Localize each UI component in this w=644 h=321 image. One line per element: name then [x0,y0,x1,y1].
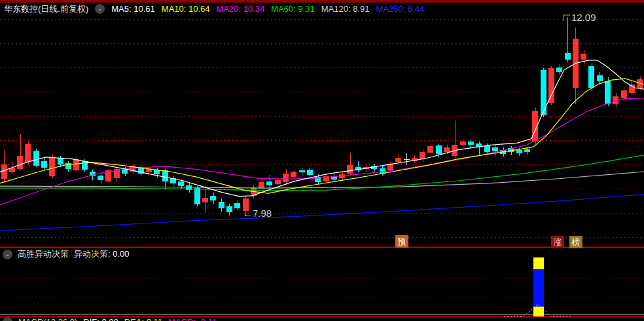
chevron-down-icon[interactable]: ⌄ [3,317,12,321]
ma60-readout: MA60: 9.31 [271,4,315,14]
ma120-readout: MA120: 8.91 [321,4,370,14]
low-price-label: ←7.98 [243,208,272,219]
badge-bang-marker[interactable]: 榜 [569,236,582,248]
high-price-label: 12.09 [571,12,596,23]
macd-footer-row: ⌄ MACD(12,26,9) DIF: 0.08 DEA: 0.11 MACD… [0,317,217,321]
macd-readout: MACD: -0.11 [168,317,217,321]
dea-readout: DEA: 0.11 [124,317,162,321]
ma20-readout: MA20: 10.34 [217,4,265,14]
badge-yu-marker[interactable]: 预 [395,235,408,248]
ma5-readout: MA5: 10.61 [111,4,155,14]
chevron-down-icon[interactable]: ⌄ [3,250,12,259]
sub-indicator-readout: 异动决策: 0.00 [74,248,130,260]
ma250-readout: MA250: 8.44 [376,4,425,14]
badge-zhang-marker[interactable]: 涨 [551,236,564,248]
sub-panel-title: 高胜异动决策 [18,248,69,260]
stock-title: 华东数控(日线.前复权) [4,3,88,15]
ma10-readout: MA10: 10.64 [162,4,210,14]
chevron-down-icon[interactable]: ⌄ [95,4,105,14]
app-window: 华东数控(日线.前复权) ⌄ MA5: 10.61 MA10: 10.64 MA… [0,0,644,321]
dif-readout: DIF: 0.08 [83,317,118,321]
chart-header: 华东数控(日线.前复权) ⌄ MA5: 10.61 MA10: 10.64 MA… [0,0,644,16]
sub-panel-header: ⌄ 高胜异动决策 异动决策: 0.00 [0,248,130,260]
left-arrow-icon: ← [243,208,253,219]
main-chart[interactable] [0,0,644,321]
macd-params: MACD(12,26,9) [18,317,77,321]
